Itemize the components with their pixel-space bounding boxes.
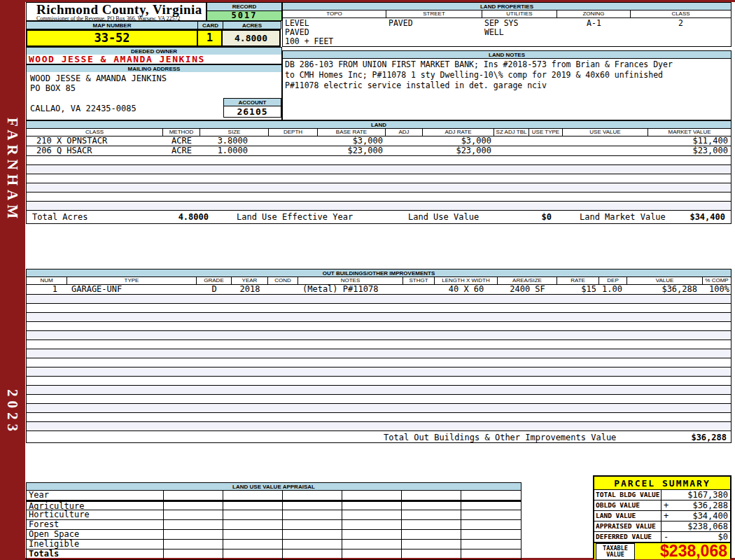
ob-dep: 1.00 (599, 285, 627, 294)
col-sthgt: STHGT (403, 277, 435, 284)
acres-label: ACRES (223, 21, 281, 29)
out-buildings-total-label: Total Out Buildings & Other Improvements… (384, 432, 616, 444)
lua-row-ineligible: Ineligible (27, 540, 521, 550)
empty-row (27, 295, 731, 304)
lua-cell (402, 491, 461, 500)
lua-cell (164, 491, 223, 500)
map-number-label: MAP NUMBER (26, 21, 198, 29)
lua-label: Year (27, 491, 164, 500)
empty-row (27, 331, 731, 340)
land-class: 210 X OPNSTACR (27, 136, 163, 146)
parcel-summary-title: PARCEL SUMMARY (594, 477, 730, 490)
col-length-width: LENGTH X WIDTH (435, 277, 498, 284)
county-header: Richmond County, Virginia Commissioner o… (26, 2, 206, 21)
card-label: CARD (197, 21, 223, 29)
col-use-value: USE VALUE (563, 129, 648, 136)
lua-cell (461, 550, 521, 559)
col-grade: GRADE (197, 277, 232, 284)
zoning-value: A-1 (557, 18, 631, 46)
map-number-value-row: 33-52 1 4.8000 (26, 29, 282, 47)
parcel-summary-row: TOTAL BLDG VALUE $167,380 (594, 490, 730, 500)
land-depth (269, 146, 318, 155)
empty-row (27, 322, 731, 331)
ps-value: $0 (671, 532, 730, 542)
ps-label: APPRAISED VALUE (594, 522, 662, 531)
out-building-row: 1 GARAGE-UNF D 2018 (Metal) P#11078 40 X… (27, 285, 731, 295)
ob-area-size: 2400 SF (498, 285, 557, 294)
col-pct-comp: % COMP (703, 277, 731, 284)
lua-cell (342, 530, 402, 539)
lua-label: Forest (27, 520, 164, 529)
land-notes-line-3: P#11078 electric service installed in de… (285, 80, 731, 91)
ob-sthgt (403, 285, 435, 294)
col-cond: COND (268, 277, 298, 284)
land-market-value: $23,000 (648, 146, 731, 155)
lua-cell (461, 510, 521, 519)
land-market-value: $11,400 (648, 136, 731, 146)
out-buildings-empty-rows (27, 295, 731, 431)
land-size: 1.0000 (200, 146, 269, 155)
card-value: 1 (197, 29, 223, 47)
land-notes-title: LAND NOTES (283, 51, 731, 59)
out-buildings-total-value: $36,288 (691, 432, 727, 444)
col-num: NUM (27, 277, 67, 284)
ps-label: LAND VALUE (594, 511, 662, 521)
col-market-value: MARKET VALUE (648, 129, 731, 136)
lua-cell (402, 510, 461, 519)
lua-cell (223, 520, 283, 529)
ps-value: $34,400 (671, 511, 730, 521)
land-use-appraisal-table: LAND USE VALUE APPRAISAL Year Agricultur… (26, 482, 522, 560)
empty-row (27, 202, 731, 211)
lua-label: Horticulture (27, 510, 164, 519)
lua-cell (402, 530, 461, 539)
lua-cell (283, 491, 342, 500)
lua-row-horticulture: Horticulture (27, 510, 521, 520)
parcel-summary-row: OBLDG VALUE + $36,288 (594, 500, 730, 511)
empty-row (27, 156, 731, 165)
land-sz-adj (494, 136, 529, 146)
taxable-value-label: TAXABLE VALUE (596, 543, 635, 560)
lua-cell (164, 520, 223, 529)
empty-row (27, 174, 731, 183)
total-acres-label: Total Acres (32, 211, 88, 223)
col-adj-rate: ADJ RATE (423, 129, 494, 136)
ps-value: $167,380 (671, 490, 730, 500)
lua-cell (164, 550, 223, 559)
empty-row (27, 192, 731, 202)
ob-rate: $15 (557, 285, 599, 294)
lua-cell (402, 550, 461, 559)
land-use-type (529, 136, 563, 146)
land-notes-section: LAND NOTES DB 286-103 FROM UNION FIRST M… (282, 50, 732, 120)
lua-cell (283, 530, 342, 539)
land-base-rate: $23,000 (318, 146, 386, 155)
land-market-value-amount: $34,400 (690, 211, 725, 223)
land-notes-body: DB 286-103 FROM UNION FIRST MARKET BANK;… (283, 59, 731, 91)
land-method: ACRE (163, 136, 200, 146)
mailing-line-2: PO BOX 85 (30, 83, 281, 93)
street-value: PAVED (386, 18, 482, 46)
col-area-size: AREA/SIZE (498, 277, 557, 284)
lua-cell (223, 550, 283, 559)
class-value: 2 (631, 18, 731, 46)
ps-value: $36,288 (671, 500, 730, 510)
ps-value: $238,068 (671, 522, 730, 531)
lua-cell (342, 510, 402, 519)
ps-op: + (662, 511, 671, 521)
lua-cell (283, 540, 342, 549)
district-sidebar: FARNHAM 2023 (0, 0, 25, 560)
lua-cell (283, 520, 342, 529)
land-use-effective-year-label: Land Use Effective Year (237, 211, 353, 223)
lua-cell (164, 510, 223, 519)
col-method: METHOD (163, 129, 200, 136)
lua-row-forest: Forest (27, 520, 521, 530)
taxable-value-amount: $238,068 (635, 542, 730, 560)
lua-cell (283, 502, 342, 510)
county-title: Richmond County, Virginia (36, 4, 206, 16)
empty-row (27, 395, 731, 404)
ob-grade: D (197, 285, 232, 294)
land-adj (386, 136, 423, 146)
land-market-value-label: Land Market Value (580, 211, 666, 223)
lua-cell (461, 540, 521, 549)
lua-row-year: Year (27, 491, 521, 500)
parcel-summary: PARCEL SUMMARY TOTAL BLDG VALUE $167,380… (593, 475, 732, 559)
